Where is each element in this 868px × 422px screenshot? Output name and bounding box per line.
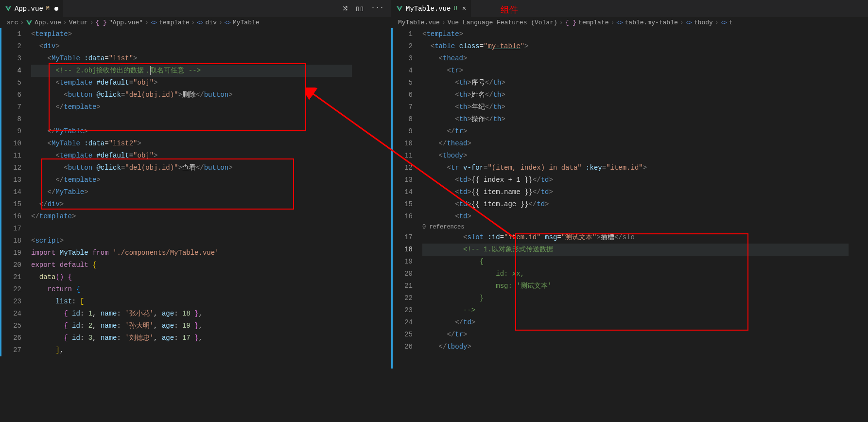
code-line[interactable]: <th>序号</th> [422,77,868,89]
code-line[interactable] [31,223,391,235]
breadcrumb-lang[interactable]: Vetur [69,19,88,26]
breadcrumb-folder[interactable]: src [7,19,18,26]
code-line[interactable]: export default { [31,259,391,271]
code-line[interactable]: </thead> [422,138,868,150]
code-line[interactable] [31,113,391,125]
code-line[interactable]: </tr> [422,329,868,341]
code-line[interactable]: <template> [422,28,868,40]
code-line[interactable]: <td> [422,211,868,223]
gutter-right: 1234 5678 9101112 13141516 17181920 2122… [391,28,422,422]
code-line[interactable]: </div> [31,198,391,211]
code-line[interactable]: { id: 1, name: '张小花', age: 18 }, [31,308,391,320]
breadcrumb-tbody[interactable]: tbody [694,19,713,26]
code-line[interactable]: </tbody> [422,341,868,353]
breadcrumb-t[interactable]: t [729,19,733,26]
code-line[interactable]: msg: '测试文本' [422,280,868,292]
code-line[interactable]: <tr> [422,65,868,77]
code-line[interactable]: <th>姓名</th> [422,89,868,101]
code-line[interactable]: return { [31,283,391,296]
code-line[interactable]: </template> [31,101,391,113]
minimap-right[interactable] [849,28,868,422]
code-line[interactable]: </template> [31,174,391,186]
breadcrumb-div[interactable]: div [206,19,217,26]
tab-mytable-vue[interactable]: MyTable.vue U × [391,0,471,17]
tab-status-modified: M [46,5,50,12]
breadcrumb-file[interactable]: App.vue [35,19,61,26]
code-line[interactable]: <template> [31,28,391,40]
code-area-left[interactable]: 1234 5678 9101112 13141516 17181920 2122… [0,28,391,422]
code-line[interactable]: </td> [422,316,868,329]
tab-dirty-dot [54,7,58,11]
code-line[interactable]: <th>操作</th> [422,113,868,125]
code-line[interactable]: </MyTable> [31,125,391,138]
code-area-right[interactable]: 1234 5678 9101112 13141516 17181920 2122… [391,28,868,422]
code-lines-right[interactable]: <template> <table class="my-table"> <the… [422,28,868,422]
annotation-component: 组件 [501,4,518,16]
breadcrumb-scope[interactable]: "App.vue" [109,19,143,26]
code-line[interactable]: <template #default="obj"> [31,150,391,162]
code-line[interactable]: <button @click="del(obj.id)">删除</button> [31,89,391,101]
breadcrumb-template[interactable]: template [159,19,189,26]
code-line-active[interactable]: <!-- 2.obj接收传出的数据，取名可任意 --> [31,65,391,77]
breadcrumb-template[interactable]: template [578,19,608,26]
code-line[interactable]: } [422,292,868,304]
codelens-references[interactable]: 0 references [422,223,868,231]
code-line[interactable]: <tbody> [422,150,868,162]
right-editor-pane: MyTable.vue U × MyTable.vue › Vue Langua… [391,0,868,422]
code-line[interactable]: <table class="my-table"> [422,40,868,53]
code-line[interactable]: <MyTable :data="list"> [31,53,391,65]
code-line[interactable]: import MyTable from './components/MyTabl… [31,247,391,259]
code-line[interactable]: list: [ [31,296,391,308]
code-line[interactable]: { id: 3, name: '刘德忠', age: 17 }, [31,332,391,344]
code-line[interactable]: <slot :id="item.id" msg="测试文本">插槽</slo [422,231,868,244]
tab-bar-left: App.vue M ⤭ ▯▯ ··· [0,0,391,17]
minimap-left[interactable] [352,28,391,422]
left-editor-pane: App.vue M ⤭ ▯▯ ··· src › App.vue › Vetur… [0,0,391,422]
code-line[interactable]: <button @click="del(obj.id)">查看</button> [31,162,391,174]
code-line[interactable]: <th>年纪</th> [422,101,868,113]
breadcrumb-file[interactable]: MyTable.vue [398,19,440,26]
tab-name: App.vue [15,5,43,13]
tab-bar-right: MyTable.vue U × [391,0,868,17]
tab-status-untracked: U [453,5,457,12]
code-line[interactable]: <template #default="obj"> [31,77,391,89]
tab-app-vue[interactable]: App.vue M [0,0,64,17]
code-line[interactable]: ], [31,344,391,356]
code-line-active[interactable]: <!-- 1.以对象形式传送数据 [422,244,868,256]
breadcrumb-table[interactable]: table.my-table [625,19,678,26]
breadcrumb-mytable[interactable]: MyTable [233,19,260,26]
code-line[interactable]: <tr v-for="(item, index) in data" :key="… [422,162,868,174]
compare-icon[interactable]: ⤭ [342,4,348,13]
code-line[interactable]: <MyTable :data="list2"> [31,138,391,150]
breadcrumb-lang[interactable]: Vue Language Features (Volar) [448,19,557,26]
close-icon[interactable]: × [462,5,466,13]
code-line[interactable]: </tr> [422,125,868,138]
tab-name: MyTable.vue [406,5,451,13]
code-line[interactable]: { [422,256,868,268]
code-line[interactable]: id: xx, [422,268,868,280]
code-line[interactable]: </MyTable> [31,186,391,198]
code-line[interactable]: <td>{{ item.age }}</td> [422,198,868,211]
code-line[interactable]: data() { [31,271,391,283]
tab-actions: ⤭ ▯▯ ··· [342,4,391,13]
breadcrumb-right[interactable]: MyTable.vue › Vue Language Features (Vol… [391,17,868,28]
code-line[interactable]: <script> [31,235,391,247]
code-lines-left[interactable]: <template> <div> <MyTable :data="list"> … [31,28,391,422]
vue-icon [396,5,403,12]
breadcrumb-left[interactable]: src › App.vue › Vetur › { } "App.vue" › … [0,17,391,28]
code-line[interactable]: </template> [31,211,391,223]
split-editor-icon[interactable]: ▯▯ [355,4,364,13]
code-line[interactable]: { id: 2, name: '孙大明', age: 19 }, [31,320,391,332]
code-line[interactable]: <div> [31,40,391,53]
code-line[interactable]: <thead> [422,53,868,65]
code-line[interactable]: <td>{{ index + 1 }}</td> [422,174,868,186]
code-line[interactable]: --> [422,304,868,316]
more-actions-icon[interactable]: ··· [371,4,384,13]
code-line[interactable]: <td>{{ item.name }}</td> [422,186,868,198]
gutter-left: 1234 5678 9101112 13141516 17181920 2122… [0,28,31,422]
vue-icon [5,5,12,12]
vue-icon [26,19,33,26]
